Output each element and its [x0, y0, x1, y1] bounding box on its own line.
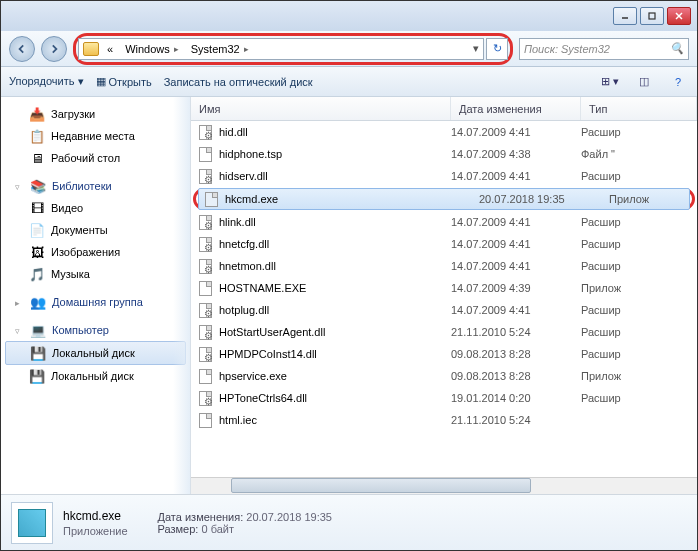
file-row[interactable]: hid.dll 14.07.2009 4:41 Расшир: [191, 121, 697, 143]
file-name: hnetcfg.dll: [219, 238, 269, 250]
dll-icon: [197, 324, 213, 340]
exe-icon: [203, 191, 219, 207]
file-name: HPToneCtrls64.dll: [219, 392, 307, 404]
file-row[interactable]: hidphone.tsp 14.07.2009 4:38 Файл ": [191, 143, 697, 165]
sidebar: 📥Загрузки 📋Недавние места 🖥Рабочий стол …: [1, 97, 191, 494]
file-date: 14.07.2009 4:41: [451, 216, 581, 228]
file-name: hlink.dll: [219, 216, 256, 228]
picture-icon: 🖼: [29, 244, 45, 260]
addressbar-highlight: « Windows▸ System32▸ ▾ ↻: [73, 33, 513, 65]
dropdown-icon[interactable]: ▾: [473, 42, 479, 55]
file-row-selected-highlight: hkcmd.exe 20.07.2018 19:35 Прилож: [193, 188, 695, 210]
file-date: 21.11.2010 5:24: [451, 414, 581, 426]
column-date[interactable]: Дата изменения: [451, 97, 581, 120]
view-options-button[interactable]: ⊞ ▾: [599, 72, 621, 92]
burn-disc-button[interactable]: Записать на оптический диск: [164, 76, 313, 88]
dll-icon: [197, 124, 213, 140]
details-pane: hkcmd.exe Приложение Дата изменения: 20.…: [1, 494, 697, 550]
file-row[interactable]: HOSTNAME.EXE 14.07.2009 4:39 Прилож: [191, 277, 697, 299]
file-date: 14.07.2009 4:39: [451, 282, 581, 294]
download-icon: 📥: [29, 106, 45, 122]
sidebar-item-music[interactable]: 🎵Музыка: [1, 263, 190, 285]
file-date: 14.07.2009 4:41: [451, 238, 581, 250]
sidebar-computer-header[interactable]: ▿💻Компьютер: [1, 319, 190, 341]
dll-icon: [197, 236, 213, 252]
sidebar-item-video[interactable]: 🎞Видео: [1, 197, 190, 219]
dll-icon: [197, 168, 213, 184]
close-button[interactable]: [667, 7, 691, 25]
column-type[interactable]: Тип: [581, 97, 697, 120]
file-name: hidserv.dll: [219, 170, 268, 182]
file-date: 09.08.2013 8:28: [451, 370, 581, 382]
scrollbar-thumb[interactable]: [231, 478, 531, 493]
dll-icon: [197, 214, 213, 230]
recent-icon: 📋: [29, 128, 45, 144]
column-name[interactable]: Имя: [191, 97, 451, 120]
horizontal-scrollbar[interactable]: [191, 477, 697, 494]
drive-icon: 💾: [29, 368, 45, 384]
file-type: Расшир: [581, 126, 697, 138]
file-type: Прилож: [581, 282, 697, 294]
file-row[interactable]: hpservice.exe 09.08.2013 8:28 Прилож: [191, 365, 697, 387]
navbar: « Windows▸ System32▸ ▾ ↻ Поиск: System32…: [1, 31, 697, 67]
file-date: 14.07.2009 4:38: [451, 148, 581, 160]
breadcrumb-prefix[interactable]: «: [103, 43, 117, 55]
search-input[interactable]: Поиск: System32 🔍: [519, 38, 689, 60]
file-date: 19.01.2014 0:20: [451, 392, 581, 404]
folder-icon: [83, 42, 99, 56]
dll-icon: [197, 258, 213, 274]
sidebar-item-pictures[interactable]: 🖼Изображения: [1, 241, 190, 263]
preview-pane-button[interactable]: ◫: [633, 72, 655, 92]
file-row[interactable]: HotStartUserAgent.dll 21.11.2010 5:24 Ра…: [191, 321, 697, 343]
sidebar-libraries-header[interactable]: ▿📚Библиотеки: [1, 175, 190, 197]
breadcrumb-system32[interactable]: System32▸: [187, 43, 253, 55]
toolbar: Упорядочить ▾ ▦ Открыть Записать на опти…: [1, 67, 697, 97]
forward-button[interactable]: [41, 36, 67, 62]
refresh-button[interactable]: ↻: [486, 38, 508, 60]
sidebar-item-recent[interactable]: 📋Недавние места: [1, 125, 190, 147]
column-headers: Имя Дата изменения Тип: [191, 97, 697, 121]
file-date: 14.07.2009 4:41: [451, 126, 581, 138]
file-row[interactable]: html.iec 21.11.2010 5:24: [191, 409, 697, 431]
breadcrumb-windows[interactable]: Windows▸: [121, 43, 183, 55]
file-type: Прилож: [609, 193, 689, 205]
sidebar-homegroup[interactable]: ▸👥Домашняя группа: [1, 291, 190, 313]
sidebar-item-desktop[interactable]: 🖥Рабочий стол: [1, 147, 190, 169]
file-row[interactable]: hkcmd.exe 20.07.2018 19:35 Прилож: [198, 188, 690, 210]
file-type: Расшир: [581, 170, 697, 182]
file-date: 21.11.2010 5:24: [451, 326, 581, 338]
sidebar-item-documents[interactable]: 📄Документы: [1, 219, 190, 241]
file-icon: [197, 412, 213, 428]
search-icon: 🔍: [670, 42, 684, 55]
organize-button[interactable]: Упорядочить ▾: [9, 75, 84, 88]
file-row[interactable]: hidserv.dll 14.07.2009 4:41 Расшир: [191, 165, 697, 187]
file-type: Расшир: [581, 260, 697, 272]
sidebar-item-downloads[interactable]: 📥Загрузки: [1, 103, 190, 125]
file-row[interactable]: hotplug.dll 14.07.2009 4:41 Расшир: [191, 299, 697, 321]
file-row[interactable]: HPMDPCoInst14.dll 09.08.2013 8:28 Расшир: [191, 343, 697, 365]
file-row[interactable]: hnetmon.dll 14.07.2009 4:41 Расшир: [191, 255, 697, 277]
help-button[interactable]: ?: [667, 72, 689, 92]
back-button[interactable]: [9, 36, 35, 62]
file-date: 09.08.2013 8:28: [451, 348, 581, 360]
sidebar-item-local-disk-2[interactable]: 💾Локальный диск: [1, 365, 190, 387]
file-pane: Имя Дата изменения Тип hid.dll 14.07.200…: [191, 97, 697, 494]
minimize-button[interactable]: [613, 7, 637, 25]
addressbar[interactable]: « Windows▸ System32▸ ▾: [78, 38, 484, 60]
file-name: hid.dll: [219, 126, 248, 138]
file-row[interactable]: hnetcfg.dll 14.07.2009 4:41 Расшир: [191, 233, 697, 255]
file-list: hid.dll 14.07.2009 4:41 Расшир hidphone.…: [191, 121, 697, 477]
details-meta: Дата изменения: 20.07.2018 19:35 Размер:…: [158, 511, 332, 535]
maximize-button[interactable]: [640, 7, 664, 25]
file-type: Расшир: [581, 238, 697, 250]
file-date: 14.07.2009 4:41: [451, 260, 581, 272]
sidebar-item-local-disk-1[interactable]: 💾Локальный диск: [5, 341, 186, 365]
file-row[interactable]: hlink.dll 14.07.2009 4:41 Расшир: [191, 211, 697, 233]
file-type: Расшир: [581, 392, 697, 404]
homegroup-icon: 👥: [30, 294, 46, 310]
file-name: HOSTNAME.EXE: [219, 282, 306, 294]
drive-icon: 💾: [30, 345, 46, 361]
details-thumbnail: [11, 502, 53, 544]
open-button[interactable]: ▦ Открыть: [96, 75, 152, 88]
file-row[interactable]: HPToneCtrls64.dll 19.01.2014 0:20 Расшир: [191, 387, 697, 409]
